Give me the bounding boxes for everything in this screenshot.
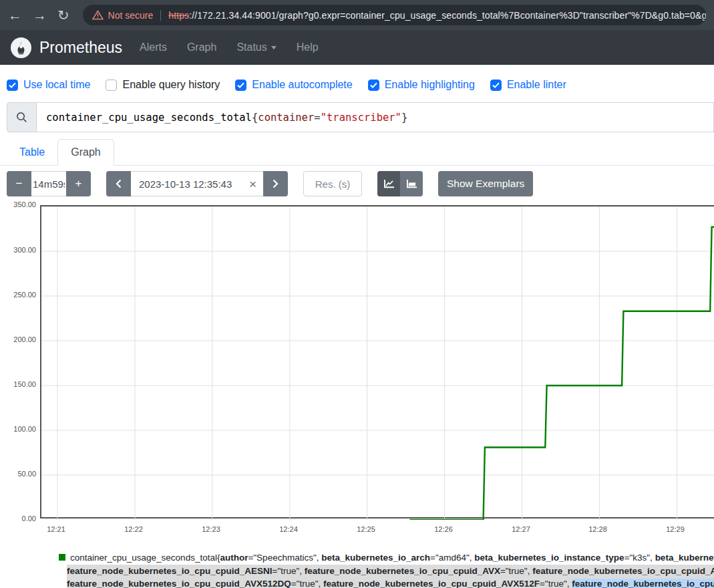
legend-token: author <box>220 553 248 563</box>
reload-icon[interactable]: ↻ <box>57 8 69 22</box>
legend-token: feature_node_kubernetes_io_cpu_cpuid_AES… <box>67 566 273 576</box>
chart-type-toggle <box>377 171 423 196</box>
increase-range-button[interactable]: + <box>66 171 91 196</box>
query-token-brace: { <box>252 112 258 124</box>
end-time-input[interactable] <box>131 178 246 190</box>
legend-token: ="Speechmatics", <box>248 553 321 563</box>
unchecked-checkbox-icon[interactable] <box>106 80 117 91</box>
y-axis-tick-label: 50.00 <box>0 470 36 478</box>
query-token-string: "transcriber" <box>321 112 401 124</box>
nav-item-alerts[interactable]: Alerts <box>140 41 167 53</box>
graph-chart[interactable]: 0.0050.00100.00150.00200.00250.00300.003… <box>0 202 714 539</box>
decrease-range-button[interactable]: − <box>7 171 31 196</box>
tab-table[interactable]: Table <box>7 140 57 165</box>
url-scheme: https <box>168 10 189 21</box>
checkbox-label: Enable highlighting <box>385 79 475 91</box>
legend-token: ="true", <box>273 566 305 576</box>
show-exemplars-button[interactable]: Show Exemplars <box>438 171 533 196</box>
checked-checkbox-icon[interactable] <box>490 80 502 91</box>
forward-icon[interactable]: → <box>33 8 47 22</box>
y-axis-tick-label: 350.00 <box>0 200 36 209</box>
query-expression-input[interactable]: container_cpu_usage_seconds_total{contai… <box>37 102 714 132</box>
chart-canvas <box>41 206 714 520</box>
chevron-down-icon <box>271 46 277 49</box>
nav-item-status[interactable]: Status <box>236 41 276 53</box>
query-token-op: = <box>314 112 320 124</box>
x-axis-tick-label: 12:24 <box>274 525 303 533</box>
range-input[interactable] <box>31 171 66 196</box>
x-axis-tick-label: 12:21 <box>41 525 71 533</box>
y-axis-tick-label: 200.00 <box>0 335 36 344</box>
series-legend: container_cpu_usage_seconds_total{author… <box>0 551 714 588</box>
legend-token: ="true", <box>540 579 572 588</box>
legend-token-highlighted: feature_node_kubernetes_io_cpu_cpuid_AVX… <box>572 579 714 588</box>
checkbox-label: Enable autocomplete <box>252 79 352 91</box>
end-time-field: × <box>131 171 263 196</box>
y-axis-tick-label: 300.00 <box>0 246 36 255</box>
checkbox-enable-autocomplete[interactable]: Enable autocomplete <box>235 79 352 91</box>
series-color-swatch <box>59 554 65 561</box>
legend-token: feature_node_kubernetes_io_cpu_cpuid_AVX… <box>67 579 291 588</box>
plot-area[interactable] <box>40 205 714 519</box>
legend-line-1[interactable]: container_cpu_usage_seconds_total{author… <box>59 551 714 565</box>
address-bar[interactable]: Not secure https://172.21.34.44:9001/gra… <box>83 5 706 25</box>
checkbox-enable-highlighting[interactable]: Enable highlighting <box>368 79 475 91</box>
duration-stepper: − + <box>7 171 91 196</box>
legend-line-2[interactable]: feature_node_kubernetes_io_cpu_cpuid_AES… <box>67 565 714 578</box>
checked-checkbox-icon[interactable] <box>7 80 18 91</box>
legend-token: ="true", <box>291 579 323 588</box>
brand-title[interactable]: Prometheus <box>39 39 122 57</box>
url-text[interactable]: https://172.21.34.44:9001/graph?g0.expr=… <box>168 10 706 21</box>
back-icon[interactable]: ← <box>8 8 22 22</box>
legend-token: feature_node_kubernetes_io_cpu_cpuid_AVX… <box>323 579 540 588</box>
checkbox-use-local-time[interactable]: Use local time <box>7 79 90 91</box>
legend-token: container_cpu_usage_seconds_total{ <box>70 553 220 563</box>
legend-token: feature_node_kubernetes_io_cpu_cpuid_AVX… <box>532 566 714 576</box>
forward-time-button[interactable] <box>263 171 288 196</box>
nav-item-graph[interactable]: Graph <box>187 41 216 53</box>
checked-checkbox-icon[interactable] <box>368 80 379 91</box>
legend-line-3[interactable]: feature_node_kubernetes_io_cpu_cpuid_AVX… <box>67 577 714 588</box>
url-rest: ://172.21.34.44:9001/graph?g0.expr=conta… <box>189 10 706 21</box>
x-axis-tick-label: 12:26 <box>429 525 458 533</box>
stacked-chart-toggle-button[interactable] <box>400 171 423 196</box>
x-axis-tick-label: 12:22 <box>119 525 148 533</box>
back-time-button[interactable] <box>106 171 131 196</box>
address-divider <box>160 10 161 21</box>
prometheus-logo-icon[interactable] <box>11 37 31 58</box>
y-axis-tick-label: 0.00 <box>0 514 36 523</box>
search-icon <box>7 102 37 132</box>
checked-checkbox-icon[interactable] <box>235 80 246 91</box>
prometheus-navbar: Prometheus AlertsGraphStatusHelp <box>0 30 714 65</box>
end-time-picker: × <box>106 171 288 196</box>
checkbox-label: Enable linter <box>507 79 566 91</box>
legend-token: beta_kubernetes_io_os <box>655 553 714 563</box>
legend-token: feature_node_kubernetes_io_cpu_cpuid_AVX <box>305 566 500 576</box>
graph-controls: − + × <box>0 166 714 196</box>
x-axis-tick-label: 12:27 <box>506 525 536 533</box>
series-line <box>409 227 714 520</box>
page-content: Use local timeEnable query historyEnable… <box>0 65 714 588</box>
query-input-group: container_cpu_usage_seconds_total{contai… <box>7 102 714 132</box>
navbar-links: AlertsGraphStatusHelp <box>140 41 319 53</box>
browser-toolbar: ← → ↻ Not secure https://172.21.34.44:90… <box>0 0 714 30</box>
clear-time-icon[interactable]: × <box>246 178 263 190</box>
line-chart-toggle-button[interactable] <box>377 171 400 196</box>
query-token-metric: container_cpu_usage_seconds_total <box>46 112 252 124</box>
legend-token: beta_kubernetes_io_instance_type <box>474 553 624 563</box>
nav-item-help[interactable]: Help <box>297 41 319 53</box>
y-axis-tick-label: 100.00 <box>0 425 36 434</box>
resolution-input[interactable] <box>303 171 362 196</box>
legend-token: ="k3s", <box>624 553 655 563</box>
legend-token: ="amd64", <box>430 553 474 563</box>
checkbox-label: Enable query history <box>122 79 220 91</box>
x-axis-tick-label: 12:23 <box>196 525 226 533</box>
checkbox-enable-query-history[interactable]: Enable query history <box>106 79 220 91</box>
security-status[interactable]: Not secure <box>108 10 154 21</box>
checkbox-enable-linter[interactable]: Enable linter <box>490 79 566 91</box>
checkbox-label: Use local time <box>23 79 90 91</box>
warning-icon <box>92 10 104 20</box>
legend-token: beta_kubernetes_io_arch <box>321 553 430 563</box>
tab-graph[interactable]: Graph <box>57 139 114 166</box>
options-row: Use local timeEnable query historyEnable… <box>0 76 714 94</box>
